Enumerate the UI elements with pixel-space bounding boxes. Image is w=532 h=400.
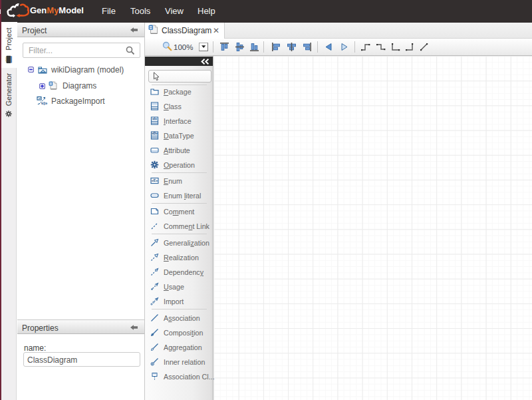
svg-text:«I»: «I» <box>152 117 157 120</box>
svg-text:«D»: «D» <box>152 132 158 135</box>
svg-text:«I»: «I» <box>41 101 48 106</box>
svg-text:«E»: «E» <box>152 178 158 182</box>
